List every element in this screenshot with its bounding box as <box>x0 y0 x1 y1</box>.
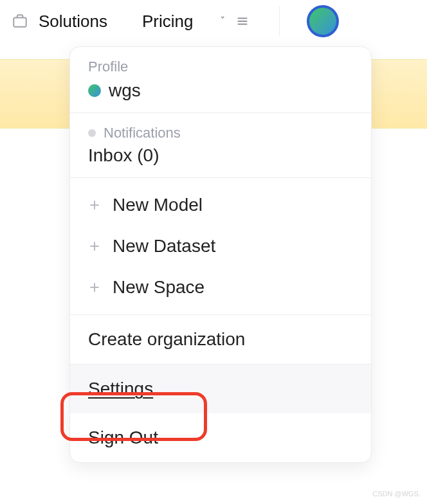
profile-section-label: Profile <box>88 59 353 75</box>
top-navbar: Solutions Pricing <box>0 0 427 42</box>
menu-item-label: Create organization <box>88 329 245 350</box>
create-new-list: New Model New Dataset New Space <box>70 178 371 314</box>
menu-item-label: New Model <box>113 195 203 215</box>
menu-item-label: New Dataset <box>113 236 215 256</box>
settings-item[interactable]: Settings <box>70 364 371 413</box>
hamburger-icon <box>235 14 250 28</box>
menu-item-label: Settings <box>88 379 153 399</box>
nav-pricing[interactable]: Pricing <box>138 9 197 34</box>
notifications-section-label: Notifications <box>104 125 181 141</box>
avatar[interactable] <box>307 5 339 37</box>
inbox-count: 0 <box>143 145 154 165</box>
sign-out-item[interactable]: Sign Out <box>70 413 371 462</box>
create-organization-item[interactable]: Create organization <box>70 315 371 364</box>
briefcase-icon <box>12 13 28 30</box>
menu-item-label: New Space <box>113 277 204 298</box>
new-space-item[interactable]: New Space <box>70 267 371 308</box>
avatar-dot-icon <box>88 84 101 97</box>
menu-trigger[interactable] <box>221 14 250 28</box>
inbox-label: Inbox <box>88 145 132 165</box>
notification-dot-icon <box>88 129 96 137</box>
menu-item-label: Sign Out <box>88 428 158 448</box>
new-model-item[interactable]: New Model <box>70 184 371 226</box>
plus-icon <box>88 281 101 294</box>
user-dropdown: Profile wgs Notifications Inbox (0) <box>69 46 372 463</box>
plus-icon <box>88 240 101 253</box>
nav-solutions[interactable]: Solutions <box>35 9 111 34</box>
new-dataset-item[interactable]: New Dataset <box>70 226 371 267</box>
profile-link[interactable]: wgs <box>88 80 353 101</box>
divider <box>279 6 280 36</box>
svg-rect-0 <box>14 18 26 27</box>
watermark: CSDN @WGS. <box>372 490 421 498</box>
inbox-link[interactable]: Inbox (0) <box>88 145 353 166</box>
profile-username: wgs <box>109 80 141 101</box>
plus-icon <box>88 199 101 212</box>
